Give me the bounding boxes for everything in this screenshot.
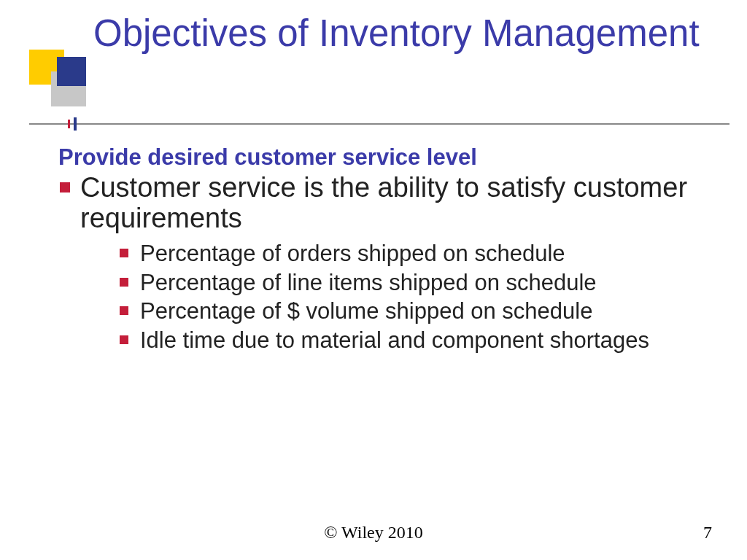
bullet-text: Percentage of $ volume shipped on schedu… (140, 298, 592, 324)
divider-tick-navy (74, 117, 77, 131)
bullet-text: Customer service is the ability to satis… (80, 172, 687, 234)
list-item: Percentage of orders shipped on schedule (118, 240, 718, 268)
slide-logo (29, 50, 88, 108)
footer-copyright: © Wiley 2010 (0, 523, 747, 542)
sub-bullet-list: Percentage of orders shipped on schedule… (80, 240, 718, 354)
section-subhead: Provide desired customer service level (58, 144, 718, 171)
page-number: 7 (703, 523, 712, 542)
bullet-list: Customer service is the ability to satis… (58, 172, 718, 354)
list-item: Idle time due to material and component … (118, 327, 718, 354)
bullet-text: Idle time due to material and component … (140, 327, 649, 353)
slide-title: Objectives of Inventory Management (93, 12, 700, 55)
slide: Objectives of Inventory Management Provi… (0, 0, 747, 560)
bullet-text: Percentage of orders shipped on schedule (140, 241, 565, 266)
list-item: Percentage of line items shipped on sche… (118, 269, 718, 297)
slide-content: Provide desired customer service level C… (58, 144, 718, 354)
list-item: Customer service is the ability to satis… (58, 172, 718, 354)
divider-tick-red (68, 120, 70, 128)
logo-square-navy (57, 57, 86, 86)
list-item: Percentage of $ volume shipped on schedu… (118, 298, 718, 325)
divider-line (29, 123, 729, 125)
divider (29, 115, 729, 133)
bullet-text: Percentage of line items shipped on sche… (140, 270, 597, 295)
